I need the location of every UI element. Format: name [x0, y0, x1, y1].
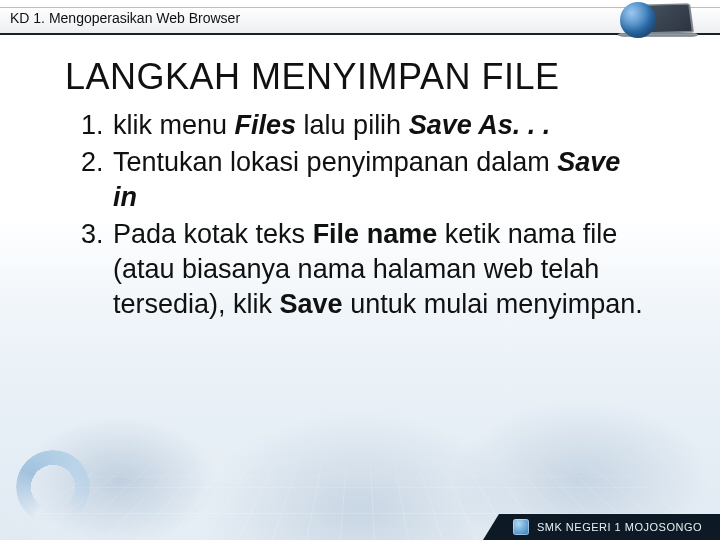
step-1-bold-b: Save As. . .: [409, 110, 551, 140]
laptop-icon: [602, 0, 698, 44]
footer-text: SMK NEGERI 1 MOJOSONGO: [537, 521, 702, 533]
footer-bar: SMK NEGERI 1 MOJOSONGO: [483, 514, 720, 540]
step-1-text-b: lalu pilih: [296, 110, 409, 140]
ie-logo-icon: [16, 450, 96, 530]
page-title: LANGKAH MENYIMPAN FILE: [65, 56, 559, 98]
step-1-text-a: klik menu: [113, 110, 235, 140]
step-3: Pada kotak teks File name ketik nama fil…: [111, 217, 649, 322]
step-2: Tentukan lokasi penyimpanan dalam Save i…: [111, 145, 649, 215]
step-3-bold-b: Save: [280, 289, 343, 319]
school-logo-icon: [513, 519, 529, 535]
breadcrumb: KD 1. Mengoperasikan Web Browser: [10, 10, 240, 26]
step-3-text-a: Pada kotak teks: [113, 219, 313, 249]
content-body: klik menu Files lalu pilih Save As. . . …: [65, 108, 649, 323]
slide: KD 1. Mengoperasikan Web Browser LANGKAH…: [0, 0, 720, 540]
step-3-text-c: untuk mulai menyimpan.: [343, 289, 643, 319]
step-1: klik menu Files lalu pilih Save As. . .: [111, 108, 649, 143]
step-2-text-a: Tentukan lokasi penyimpanan dalam: [113, 147, 557, 177]
step-1-bold-a: Files: [235, 110, 297, 140]
step-3-bold-a: File name: [313, 219, 438, 249]
